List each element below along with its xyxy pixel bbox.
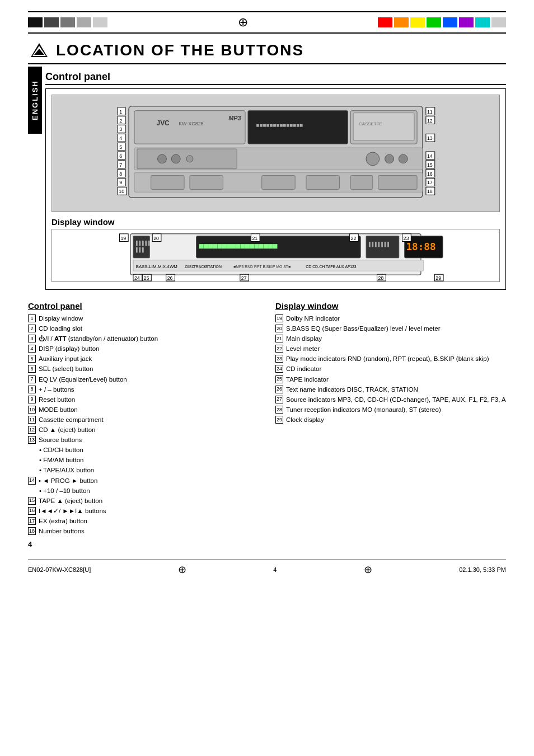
item-label: Text name indicators DISC, TRACK, STATIO… — [286, 385, 506, 394]
page-number: 4 — [28, 540, 259, 548]
list-item: 8 + / – buttons — [28, 385, 259, 394]
svg-text:19: 19 — [120, 236, 126, 241]
item-number: 7 — [28, 375, 36, 383]
item-number: 18 — [28, 527, 36, 535]
item-number: 9 — [28, 396, 36, 403]
list-item: 9 Reset button — [28, 395, 259, 404]
footer-right: 02.1.30, 5:33 PM — [459, 566, 506, 573]
item-label: Main display — [286, 334, 506, 343]
item-number: 23 — [275, 355, 283, 363]
item-label: MODE button — [39, 405, 259, 414]
item-label: Play mode indicators RND (random), RPT (… — [286, 354, 506, 363]
svg-text:▐▐▐▐▐: ▐▐▐▐▐ — [134, 240, 150, 246]
item-number: 15 — [28, 497, 36, 505]
item-label: CD loading slot — [39, 324, 259, 333]
list-item: 14 • ◄ PROG ► button — [28, 476, 259, 485]
svg-text:10: 10 — [119, 189, 124, 194]
item-label: Level meter — [286, 344, 506, 353]
svg-text:■■■■■■■■■■■■■■■■■: ■■■■■■■■■■■■■■■■■ — [199, 241, 278, 250]
list-item: 4 DISP (display) button — [28, 344, 259, 353]
svg-text:TRACK: TRACK — [194, 265, 207, 269]
item-number: 3 — [28, 335, 36, 342]
item-label: Cassette compartment — [39, 415, 259, 424]
svg-text:22: 22 — [351, 236, 357, 241]
item-label: EX (extra) button — [39, 516, 259, 525]
color-block-4 — [77, 17, 91, 27]
device-svg: JVC KW-XC828 MP3 ■■■■■■■■■■■■■■ CASSETTE — [51, 95, 500, 214]
svg-text:STATION: STATION — [205, 265, 222, 269]
list-item: 27 Source indicators MP3, CD, CD-CH (CD-… — [275, 395, 506, 404]
svg-text:18: 18 — [427, 189, 433, 194]
footer-center: 4 — [273, 566, 277, 573]
item-number: 17 — [28, 517, 36, 525]
item-label: • +10 / –10 button — [39, 486, 259, 495]
list-item: 19 Dolby NR indicator — [275, 314, 506, 323]
svg-text:BASS-LIM-MIX-4WM: BASS-LIM-MIX-4WM — [136, 264, 177, 269]
svg-text:13: 13 — [427, 135, 433, 141]
color-blocks-right — [378, 17, 506, 27]
list-item: 22 Level meter — [275, 344, 506, 353]
title-icon — [28, 40, 50, 60]
item-number: 29 — [275, 416, 283, 424]
item-label: Auxiliary input jack — [39, 354, 259, 363]
svg-text:CD CD-CH TAPE AUX  AF123: CD CD-CH TAPE AUX AF123 — [306, 265, 356, 269]
color-block-5 — [93, 17, 107, 27]
list-item: 28 Tuner reception indicators MO (monaur… — [275, 405, 506, 414]
footer-crosshair-icon-2: ⊕ — [364, 564, 372, 576]
svg-text:23: 23 — [404, 236, 409, 241]
list-item: 24 CD indicator — [275, 364, 506, 373]
svg-text:7: 7 — [119, 162, 122, 168]
item-number: 14 — [28, 477, 36, 485]
list-item: 17 EX (extra) button — [28, 516, 259, 525]
item-label: Tuner reception indicators MO (monaural)… — [286, 405, 506, 414]
svg-text:1: 1 — [119, 109, 122, 115]
svg-text:21: 21 — [252, 236, 257, 241]
svg-text:27: 27 — [241, 275, 247, 281]
title-row: LOCATION OF THE BUTTONS — [28, 40, 506, 64]
item-label: CD ▲ (eject) button — [39, 425, 259, 434]
item-number: 28 — [275, 406, 283, 414]
item-label: TAPE ▲ (eject) button — [39, 496, 259, 505]
svg-text:17: 17 — [427, 180, 433, 185]
content-area: Control panel JVC KW-XC828 MP3 ■■■■■■■■ — [45, 67, 506, 295]
control-panel-heading: Control panel — [45, 71, 506, 85]
list-item: 7 EQ LV (Equalizer/Level) button — [28, 375, 259, 384]
item-number: 6 — [28, 365, 36, 373]
svg-rect-23 — [350, 176, 373, 190]
item-label: Reset button — [39, 395, 259, 404]
svg-text:28: 28 — [378, 275, 384, 281]
control-panel-list: Control panel 1 Display window 2 CD load… — [28, 301, 259, 548]
list-item: 20 S.BASS EQ (Super Bass/Equalizer) leve… — [275, 324, 506, 333]
english-sidebar: ENGLISH — [28, 67, 42, 134]
svg-rect-21 — [262, 176, 295, 190]
item-label: CD indicator — [286, 364, 506, 373]
svg-text:29: 29 — [435, 275, 441, 281]
svg-text:4: 4 — [119, 135, 122, 141]
item-label: I◄◄✓/ ►►I▲ buttons — [39, 506, 259, 515]
item-label: Number buttons — [39, 527, 259, 536]
svg-rect-20 — [190, 176, 223, 190]
list-item: 5 Auxiliary input jack — [28, 354, 259, 363]
svg-text:15: 15 — [427, 162, 433, 168]
svg-text:11: 11 — [427, 109, 433, 115]
svg-text:20: 20 — [153, 236, 159, 241]
item-number: 26 — [275, 386, 283, 393]
svg-rect-19 — [151, 176, 184, 190]
main-layout: ENGLISH Control panel JVC KW-XC828 MP3 — [28, 67, 506, 295]
display-window-items: 19 Dolby NR indicator 20 S.BASS EQ (Supe… — [275, 314, 506, 424]
item-number: 13 — [28, 436, 36, 444]
footer-left: EN02-07KW-XC828[U] — [28, 566, 91, 573]
svg-text:26: 26 — [167, 275, 173, 281]
color-block-1 — [28, 17, 43, 27]
control-panel-items: 1 Display window 2 CD loading slot 3 ⏻/I… — [28, 314, 259, 536]
item-number: 5 — [28, 355, 36, 363]
list-item: 23 Play mode indicators RND (random), RP… — [275, 354, 506, 363]
page-title: LOCATION OF THE BUTTONS — [56, 41, 304, 59]
item-label: + / – buttons — [39, 385, 259, 394]
item-number: 24 — [275, 365, 283, 373]
svg-point-15 — [366, 152, 380, 166]
control-panel-col-heading: Control panel — [28, 301, 259, 311]
display-window-diagram: ■■■■■■■■■■■■■■■■■ ▐▐▐▐▐ ▐▐▐ ▐▐▐▐▐▐▐ 18:8… — [51, 229, 500, 284]
color-block-g — [427, 17, 441, 27]
item-number: 21 — [275, 335, 283, 342]
